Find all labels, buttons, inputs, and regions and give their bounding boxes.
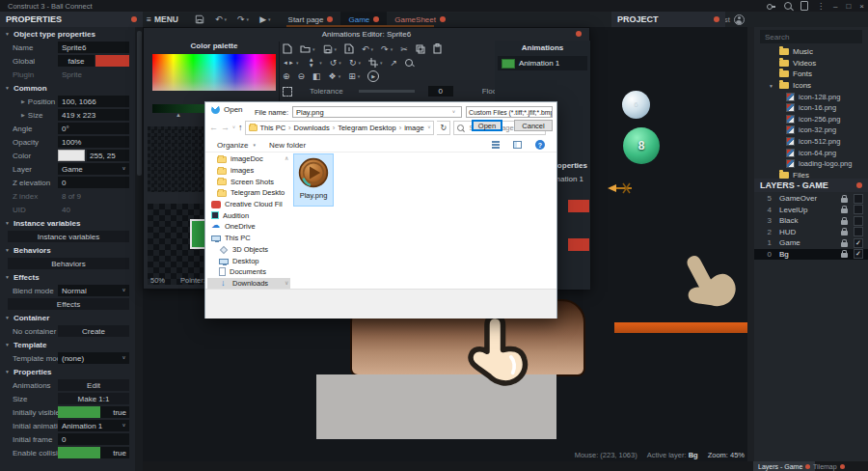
tolerance-slider[interactable] [359, 90, 415, 93]
back-button[interactable]: ← [209, 123, 218, 132]
color-palette[interactable] [152, 54, 276, 91]
chevron-down-icon[interactable]: ▾ [296, 60, 299, 66]
zoom-tool-button[interactable] [405, 59, 413, 67]
initially-visible-toggle[interactable]: true [58, 406, 129, 418]
main-menu-button[interactable]: ≡ MENU [147, 14, 178, 24]
chevron-down-icon[interactable]: ▾ [371, 46, 374, 52]
expand-icon[interactable]: ▶ [21, 98, 25, 104]
initial-frame-input[interactable]: 0 [58, 433, 129, 445]
chevron-down-icon[interactable]: ▾ [268, 16, 271, 22]
file-icon[interactable] [800, 1, 808, 11]
section-properties[interactable]: ▼Properties [0, 365, 135, 378]
dialog-tree-item[interactable]: images [207, 165, 290, 177]
new-folder-button[interactable]: New folder [269, 141, 306, 150]
section-template[interactable]: ▼Template [0, 338, 135, 351]
address-bar[interactable]: This PCDownloadsTelegram Desktopimage ˅ [245, 121, 434, 135]
chevron-down-icon[interactable]: ▾ [335, 46, 338, 52]
blend-mode-select[interactable]: Normal˅ [58, 285, 129, 296]
lock-icon[interactable] [841, 253, 848, 258]
lock-icon[interactable] [841, 208, 848, 213]
dialog-tree-item[interactable]: Screen Shots [207, 176, 290, 187]
layer-row[interactable]: 1 Game ✓ [754, 237, 868, 249]
cut-button[interactable]: ✂ [400, 44, 408, 54]
enable-collisions-toggle[interactable]: true [58, 447, 129, 458]
lock-icon[interactable] [841, 231, 848, 236]
global-value[interactable]: false [58, 55, 95, 67]
dialog-tree-item[interactable]: This PC [207, 233, 290, 244]
zoom-in-button[interactable]: ⊕ [283, 71, 290, 81]
chevron-down-icon[interactable]: ▾ [225, 16, 228, 22]
slider-marker[interactable]: ▲ [176, 112, 181, 118]
chevron-down-icon[interactable]: ▾ [312, 46, 315, 52]
contrast-button[interactable]: ◧ [312, 71, 321, 81]
preview-animation-button[interactable]: ▶ [367, 70, 379, 82]
save-image-button[interactable]: ▾ [323, 44, 338, 54]
layer-visible-checkbox[interactable] [854, 216, 863, 226]
up-button[interactable]: ↑ [238, 123, 243, 132]
help-button[interactable]: ? [535, 140, 545, 150]
dialog-tree-item[interactable]: Telegram Deskto [207, 187, 290, 199]
rotate-cw-button[interactable]: ↻▾ [349, 58, 361, 68]
layer-row[interactable]: 0 Bg ✓ [754, 249, 868, 261]
tab-layers-game[interactable]: Layers - Game [753, 461, 815, 471]
flip-vertical-button[interactable]: ◄►▾ [306, 60, 321, 66]
copy-button[interactable] [416, 44, 425, 54]
project-folder-fonts[interactable]: Fonts [754, 69, 868, 80]
create-container-button[interactable]: Create [58, 325, 129, 337]
effects-button[interactable]: Effects [8, 298, 129, 310]
edit-animations-button[interactable]: Edit [58, 379, 129, 391]
breadcrumb-item[interactable]: image [404, 124, 423, 132]
history-dropdown[interactable]: ˅ [232, 125, 235, 130]
project-folder-videos[interactable]: Videos [754, 58, 868, 69]
resize-button[interactable]: ↗ [390, 58, 397, 68]
layer-select[interactable]: Game˅ [58, 163, 129, 175]
tree-scroll-up[interactable]: ∧ [285, 154, 288, 161]
marquee-select-button[interactable] [283, 87, 292, 97]
project-file-item[interactable]: icon-512.png [754, 136, 868, 148]
position-input[interactable]: 100, 1066 [58, 96, 129, 107]
preview-button[interactable]: ▶▾ [259, 14, 270, 24]
dialog-tree-item[interactable]: OneDrive [207, 221, 290, 233]
redo-button[interactable]: ↷▾ [381, 44, 393, 54]
breadcrumb-item[interactable]: Downloads [294, 124, 339, 132]
file-name-dropdown[interactable]: ˅ [452, 109, 455, 115]
paste-button[interactable] [433, 43, 442, 54]
layer-visible-checkbox[interactable]: ✓ [854, 238, 863, 248]
project-folder-icons[interactable]: ▼Icons [754, 80, 868, 92]
refresh-button[interactable]: ↻ [437, 121, 450, 135]
layer-visible-checkbox[interactable] [854, 205, 863, 214]
file-item-selected[interactable]: Play.png [293, 153, 334, 207]
tree-scroll-down[interactable]: ∨ [285, 279, 288, 286]
expand-icon[interactable]: ▶ [21, 112, 25, 118]
redo-button[interactable]: ↷▾ [237, 14, 249, 24]
dialog-tree-item[interactable]: Desktop [207, 255, 290, 266]
address-dropdown[interactable]: ˅ [428, 125, 431, 130]
tolerance-value[interactable]: 0 [428, 86, 453, 97]
search-icon[interactable] [784, 2, 792, 10]
undo-button[interactable]: ↶▾ [215, 14, 227, 24]
open-button[interactable]: Open [472, 120, 502, 131]
section-behaviors[interactable]: ▼Behaviors [0, 243, 135, 257]
project-file-item[interactable]: loading-logo.png [754, 158, 868, 170]
chevron-down-icon[interactable]: ▾ [319, 60, 322, 66]
preview-pane-icon[interactable] [513, 141, 522, 149]
layer-row[interactable]: 3 Black [754, 215, 868, 227]
dialog-tree-item[interactable]: 3D Objects [207, 244, 290, 256]
project-folder-music[interactable]: Music [754, 46, 868, 58]
save-button[interactable] [195, 14, 204, 24]
project-file-item[interactable]: icon-256.png [754, 114, 868, 125]
minimize-button[interactable]: – [833, 2, 837, 11]
layer-visible-checkbox[interactable] [854, 194, 863, 204]
name-input[interactable]: Sprite6 [58, 42, 129, 53]
section-instance-variables[interactable]: ▼Instance variables [0, 216, 135, 230]
undo-button[interactable]: ↶▾ [362, 44, 373, 54]
breadcrumb-item[interactable]: Telegram Desktop [338, 124, 404, 132]
chevron-down-icon[interactable]: ▾ [358, 60, 361, 66]
section-container[interactable]: ▼Container [0, 311, 135, 324]
dialog-tree-item[interactable]: Creative Cloud Fil [207, 199, 290, 210]
cancel-button[interactable]: Cancel [514, 120, 553, 131]
scrollbar-thumb[interactable] [137, 31, 142, 176]
views-icon[interactable] [492, 141, 500, 149]
make-1-1-button[interactable]: Make 1:1 [58, 393, 129, 404]
layer-row[interactable]: 4 LevelUp [754, 205, 868, 216]
